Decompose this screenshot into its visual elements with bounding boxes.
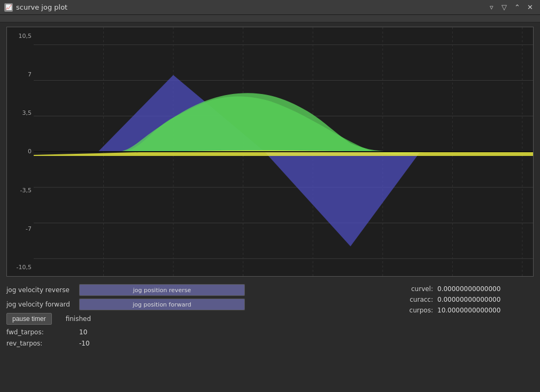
plot-inner: 10,5 7 3,5 0 -3,5 -7 -10,5 xyxy=(7,27,533,276)
curvel-value: 0.00000000000000 xyxy=(437,285,534,293)
y-label-top: 10,5 xyxy=(9,33,32,40)
y-label-7: 7 xyxy=(9,71,32,78)
y-label-35: 3,5 xyxy=(9,109,32,116)
jog-position-forward-bar[interactable]: jog position forward xyxy=(79,299,245,310)
jog-reverse-row: jog velocity reverse jog position revers… xyxy=(6,284,268,296)
y-label-0: 0 xyxy=(9,148,32,155)
title-bar: 📈 scurve jog plot ▿ ▽ ⌃ ✕ xyxy=(0,0,540,15)
curacc-label: curacc: xyxy=(401,296,433,303)
y-label-bot: -10,5 xyxy=(9,264,32,271)
y-axis: 10,5 7 3,5 0 -3,5 -7 -10,5 xyxy=(7,27,34,276)
curvel-row: curvel: 0.00000000000000 xyxy=(401,285,534,293)
jog-position-reverse-bar[interactable]: jog position reverse xyxy=(79,284,245,296)
minimize2-button[interactable]: ▽ xyxy=(498,3,510,12)
plot-svg xyxy=(34,27,533,276)
rev-tarpos-row: rev_tarpos: -10 xyxy=(6,340,268,347)
y-label-n35: -3,5 xyxy=(9,187,32,194)
restore-button[interactable]: ⌃ xyxy=(511,3,523,12)
curvel-label: curvel: xyxy=(401,285,433,293)
curpos-label: curpos: xyxy=(401,307,433,314)
controls-area: jog velocity reverse jog position revers… xyxy=(0,281,540,350)
curacc-value: 0.00000000000000 xyxy=(437,296,534,303)
curpos-value: 10.0000000000000 xyxy=(437,307,534,314)
jog-velocity-reverse-label: jog velocity reverse xyxy=(6,286,76,294)
fwd-tarpos-value: 10 xyxy=(79,328,87,336)
close-button[interactable]: ✕ xyxy=(524,3,536,12)
pause-timer-button[interactable]: pause timer xyxy=(6,313,52,325)
curacc-row: curacc: 0.00000000000000 xyxy=(401,296,534,303)
fwd-tarpos-label: fwd_tarpos: xyxy=(6,328,76,336)
rev-tarpos-value: -10 xyxy=(79,340,90,347)
stats-panel: curvel: 0.00000000000000 curacc: 0.00000… xyxy=(401,285,534,314)
fwd-tarpos-row: fwd_tarpos: 10 xyxy=(6,328,268,336)
plot-container: 10,5 7 3,5 0 -3,5 -7 -10,5 xyxy=(6,27,534,277)
minimize-button[interactable]: ▿ xyxy=(485,3,497,12)
window-title: scurve jog plot xyxy=(16,3,67,11)
finished-label: finished xyxy=(66,315,91,323)
y-label-n7: -7 xyxy=(9,225,32,232)
jog-velocity-forward-label: jog velocity forward xyxy=(6,301,76,308)
jog-position-forward-text: jog position forward xyxy=(133,301,191,308)
curpos-row: curpos: 10.0000000000000 xyxy=(401,307,534,314)
pause-row: pause timer finished xyxy=(6,313,268,325)
window-controls: ▿ ▽ ⌃ ✕ xyxy=(485,3,536,12)
rev-tarpos-label: rev_tarpos: xyxy=(6,340,76,347)
jog-position-reverse-text: jog position reverse xyxy=(133,287,191,294)
app-icon: 📈 xyxy=(4,3,13,12)
jog-forward-row: jog velocity forward jog position forwar… xyxy=(6,299,268,310)
toolbar-strip xyxy=(0,15,540,22)
